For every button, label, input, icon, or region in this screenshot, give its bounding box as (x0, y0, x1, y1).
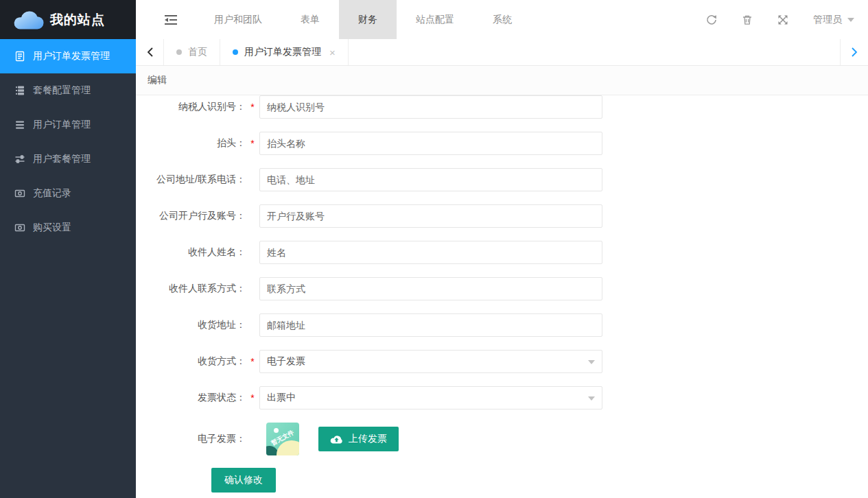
nav-item-label: 用户和团队 (214, 14, 262, 26)
tab-status-dot (176, 49, 182, 55)
fullscreen-icon[interactable] (777, 14, 788, 25)
form-row-taxpayer-id: 纳税人识别号： * (136, 95, 868, 119)
top-nav: 用户和团队 表单 财务 站点配置 系统 (195, 0, 531, 39)
form-row-delivery-method: 收货方式： * 电子发票 (136, 350, 868, 373)
tab-close-icon[interactable]: × (329, 47, 336, 58)
form-row-invoice-status: 发票状态： * 出票中 (136, 386, 868, 410)
tab-status-dot (233, 49, 238, 55)
cloud-upload-icon (330, 434, 343, 444)
delivery-method-select[interactable]: 电子发票 (259, 350, 602, 373)
header-actions: 管理员 (706, 14, 868, 26)
sidebar-item-package-config[interactable]: 套餐配置管理 (0, 73, 136, 108)
order-list-icon (14, 119, 25, 130)
chevron-left-icon (147, 47, 153, 57)
top-header: 用户和团队 表单 财务 站点配置 系统 管理员 (136, 0, 868, 40)
cloud-logo-icon (12, 9, 44, 31)
user-menu[interactable]: 管理员 (813, 14, 854, 26)
company-address-phone-input[interactable] (259, 168, 602, 191)
chevron-down-icon (588, 396, 595, 401)
form-row-recipient-name: 收件人姓名： (136, 241, 868, 264)
sidebar-item-recharge-records[interactable]: 充值记录 (0, 176, 136, 211)
nav-item-users-teams[interactable]: 用户和团队 (195, 0, 281, 39)
recipient-contact-input[interactable] (259, 277, 602, 300)
delivery-address-input[interactable] (259, 313, 602, 337)
package-config-icon (14, 85, 25, 96)
nav-item-forms[interactable]: 表单 (281, 0, 339, 39)
sidebar-item-invoice-management[interactable]: 用户订单发票管理 (0, 39, 136, 73)
user-menu-label: 管理员 (813, 14, 842, 26)
required-asterisk: * (246, 102, 259, 112)
confirm-changes-button[interactable]: 确认修改 (211, 468, 276, 493)
select-value: 电子发票 (267, 355, 305, 368)
nav-item-finance[interactable]: 财务 (339, 0, 397, 39)
taxpayer-id-input[interactable] (259, 95, 602, 119)
sidebar-item-user-orders[interactable]: 用户订单管理 (0, 108, 136, 142)
form-row-delivery-address: 收货地址： (136, 313, 868, 337)
field-label: 公司地址/联系电话： (136, 174, 246, 186)
chevron-down-icon (847, 18, 854, 22)
form-row-company-address-phone: 公司地址/联系电话： (136, 168, 868, 191)
upload-button-label: 上传发票 (349, 433, 387, 445)
tab-label: 首页 (188, 46, 207, 58)
invoice-preview-thumbnail[interactable]: 暂无文件 (266, 423, 299, 455)
tabs-scroll-right-button[interactable] (840, 39, 868, 65)
required-asterisk: * (246, 392, 259, 403)
chevron-down-icon (588, 360, 595, 364)
form-row-e-invoice: 电子发票： 暂无文件 上传发票 (136, 423, 868, 455)
upload-control: 暂无文件 上传发票 (259, 423, 399, 455)
tab-label: 用户订单发票管理 (244, 46, 321, 58)
field-label: 收货方式： (136, 355, 246, 368)
recipient-name-input[interactable] (259, 241, 602, 264)
refresh-icon[interactable] (706, 14, 717, 25)
invoice-title-input[interactable] (259, 132, 602, 155)
invoice-status-select[interactable]: 出票中 (259, 386, 602, 410)
edit-form: 纳税人识别号： * 抬头： * 公司地址/联系电话： 公司开户行及账号： 收件人… (136, 95, 868, 498)
money-record-icon (14, 188, 25, 199)
nav-item-label: 财务 (358, 14, 377, 26)
money-settings-icon (14, 222, 25, 233)
field-label: 收件人姓名： (136, 246, 246, 259)
tab-home[interactable]: 首页 (164, 39, 220, 65)
trash-icon[interactable] (742, 14, 753, 25)
sidebar-item-label: 套餐配置管理 (33, 84, 91, 97)
field-label: 抬头： (136, 137, 246, 150)
form-row-recipient-contact: 收件人联系方式： (136, 277, 868, 300)
sidebar-item-label: 购买设置 (33, 222, 71, 234)
bank-account-input[interactable] (259, 204, 602, 228)
nav-item-site-config[interactable]: 站点配置 (397, 0, 473, 39)
sidebar-menu: 用户订单发票管理 套餐配置管理 用户订单管理 用户套餐管理 充值记录 购买设置 (0, 39, 136, 245)
sidebar-item-label: 用户订单发票管理 (33, 50, 110, 62)
invoice-doc-icon (14, 51, 25, 62)
tab-invoice-management[interactable]: 用户订单发票管理 × (220, 39, 349, 65)
sidebar-item-label: 充值记录 (33, 187, 71, 200)
tabs-scroll-left-button[interactable] (136, 39, 164, 65)
field-label: 收货地址： (136, 319, 246, 331)
nav-item-label: 站点配置 (416, 14, 454, 26)
nav-item-label: 系统 (493, 14, 512, 26)
field-label: 公司开户行及账号： (136, 210, 246, 222)
site-title: 我的站点 (50, 11, 105, 29)
sidebar: 我的站点 用户订单发票管理 套餐配置管理 用户订单管理 用户套餐管理 充值记录 (0, 0, 136, 498)
field-label: 纳税人识别号： (136, 101, 246, 113)
tab-bar: 首页 用户订单发票管理 × (136, 39, 868, 66)
thumb-sun-shape (274, 428, 279, 433)
upload-invoice-button[interactable]: 上传发票 (318, 427, 399, 451)
panel-header: 编辑 (136, 66, 868, 95)
field-label: 发票状态： (136, 392, 246, 404)
sidebar-item-label: 用户订单管理 (33, 119, 91, 131)
app-window: 我的站点 用户订单发票管理 套餐配置管理 用户订单管理 用户套餐管理 充值记录 (0, 0, 868, 498)
panel-title: 编辑 (148, 74, 167, 86)
chevron-right-icon (852, 47, 858, 57)
field-label: 收件人联系方式： (136, 283, 246, 295)
brand-logo: 我的站点 (0, 0, 136, 39)
required-asterisk: * (246, 356, 259, 367)
nav-item-label: 表单 (301, 14, 320, 26)
form-row-invoice-title: 抬头： * (136, 132, 868, 155)
select-value: 出票中 (267, 392, 296, 404)
required-asterisk: * (246, 138, 259, 149)
form-actions: 确认修改 (211, 468, 868, 493)
nav-item-system[interactable]: 系统 (473, 0, 531, 39)
collapse-menu-icon[interactable] (165, 15, 177, 25)
sidebar-item-purchase-settings[interactable]: 购买设置 (0, 211, 136, 245)
sidebar-item-user-packages[interactable]: 用户套餐管理 (0, 142, 136, 176)
